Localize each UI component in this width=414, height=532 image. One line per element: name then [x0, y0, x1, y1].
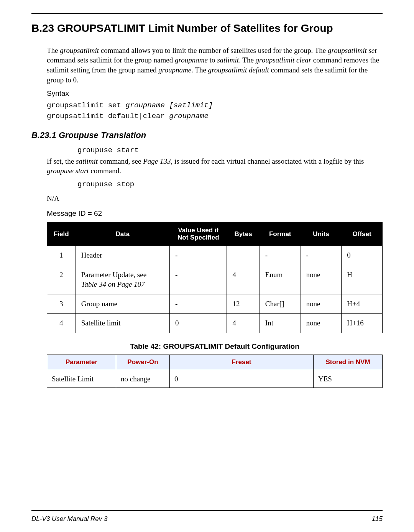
cell-data-text: Parameter Update, see: [81, 271, 146, 279]
table2-caption: Table 42: GROUPSATLIMIT Default Configur…: [47, 342, 383, 351]
cell-data: Group name: [76, 294, 169, 314]
th-format: Format: [260, 222, 301, 245]
cell-param: Satellite Limit: [47, 370, 116, 388]
footer-right: 115: [372, 515, 383, 524]
th-field: Field: [47, 222, 76, 245]
cell-data-text: Satellite limit: [81, 319, 121, 327]
na-text: N/A: [47, 194, 383, 204]
cell-bytes: 4: [227, 265, 260, 294]
footer-left: DL-V3 User Manual Rev 3: [31, 515, 107, 524]
cell-offset: H: [342, 265, 383, 294]
cell-field: 3: [47, 294, 76, 314]
th-offset: Offset: [342, 222, 383, 245]
section-heading: B.23 GROUPSATLIMIT Limit Number of Satel…: [31, 21, 383, 36]
cell-value: -: [170, 245, 227, 265]
groupuse-paragraph: If set, the satlimit command, see Page 1…: [47, 156, 383, 176]
cell-format: Enum: [260, 265, 301, 294]
cell-units: none: [301, 265, 342, 294]
syntax-label: Syntax: [47, 89, 383, 99]
pA6: groupuse start: [47, 167, 89, 175]
table-header-row: Field Data Value Used if Not Specified B…: [47, 222, 383, 245]
th-value: Value Used if Not Specified: [170, 222, 227, 245]
intro-block: The groupsatlimit command allows you to …: [47, 46, 383, 121]
syntax-line-1: groupsatlimit set groupname [satlimit]: [47, 101, 383, 111]
table-row: 3 Group name - 12 Char[] none H+4: [47, 294, 383, 314]
top-rule: [31, 13, 383, 14]
footer-rule: [31, 510, 383, 511]
syntax1-b: groupname [satlimit]: [125, 101, 213, 110]
cell-freset: 0: [170, 370, 314, 388]
cell-format: -: [260, 245, 301, 265]
cell-data-text: Group name: [81, 300, 117, 308]
th-freset: Freset: [170, 355, 314, 370]
config-table: Parameter Power-On Freset Stored in NVM …: [47, 355, 383, 388]
cell-units: -: [301, 245, 342, 265]
th-bytes: Bytes: [227, 222, 260, 245]
pA1: If set, the: [47, 157, 76, 165]
cell-units: none: [301, 314, 342, 333]
message-id: Message ID = 62: [47, 209, 383, 218]
pA5: , is issued for each virtual channel ass…: [171, 157, 364, 165]
cell-bytes: 12: [227, 294, 260, 314]
cell-bytes: 4: [227, 314, 260, 333]
cell-data-text: Header: [81, 251, 102, 259]
cell-offset: 0: [342, 245, 383, 265]
syntax2-a: groupsatlimit default|clear: [47, 112, 169, 120]
cell-format: Int: [260, 314, 301, 333]
cell-offset: H+4: [342, 294, 383, 314]
page: B.23 GROUPSATLIMIT Limit Number of Satel…: [0, 0, 414, 532]
syntax-line-2: groupsatlimit default|clear groupname: [47, 112, 383, 122]
cell-field: 2: [47, 265, 76, 294]
pA4: Page 133: [143, 157, 171, 165]
cell-value: -: [170, 265, 227, 294]
cell-value: 0: [170, 314, 227, 333]
cell-field: 1: [47, 245, 76, 265]
table-row: 4 Satellite limit 0 4 Int none H+16: [47, 314, 383, 333]
cell-nvm: YES: [314, 370, 383, 388]
th-units: Units: [301, 222, 342, 245]
cell-units: none: [301, 294, 342, 314]
code-groupuse-stop: groupuse stop: [77, 180, 383, 190]
syntax2-b: groupname: [169, 112, 209, 120]
code-groupuse-start: groupuse start: [77, 146, 383, 156]
table-row: 2 Parameter Update, see Table 34 on Page…: [47, 265, 383, 294]
cell-bytes: [227, 245, 260, 265]
cell-poweron: no change: [116, 370, 170, 388]
cell-format: Char[]: [260, 294, 301, 314]
th-parameter: Parameter: [47, 355, 116, 370]
th-poweron: Power-On: [116, 355, 170, 370]
cell-value: -: [170, 294, 227, 314]
pA7: command.: [89, 167, 121, 175]
pA2: satlimit: [76, 157, 98, 165]
cell-offset: H+16: [342, 314, 383, 333]
pA3: command, see: [98, 157, 143, 165]
cell-data-ref: Table 34 on Page 107: [81, 280, 145, 288]
cell-field: 4: [47, 314, 76, 333]
table-header-row: Parameter Power-On Freset Stored in NVM: [47, 355, 383, 370]
sub-heading: B.23.1 Groupuse Translation: [31, 130, 383, 141]
cell-data: Header: [76, 245, 169, 265]
field-table: Field Data Value Used if Not Specified B…: [47, 222, 383, 333]
footer: DL-V3 User Manual Rev 3 115: [31, 515, 383, 524]
table-row: 1 Header - - - 0: [47, 245, 383, 265]
field-table-body: 1 Header - - - 0 2 Parameter Update, see…: [47, 245, 383, 333]
th-data: Data: [76, 222, 169, 245]
th-nvm: Stored in NVM: [314, 355, 383, 370]
intro-paragraph: The groupsatlimit command allows you to …: [47, 46, 383, 85]
table-row: Satellite Limit no change 0 YES: [47, 370, 383, 388]
cell-data: Satellite limit: [76, 314, 169, 333]
groupuse-block: groupuse start If set, the satlimit comm…: [47, 146, 383, 388]
cell-data: Parameter Update, see Table 34 on Page 1…: [76, 265, 169, 294]
syntax1-a: groupsatlimit set: [47, 101, 125, 110]
